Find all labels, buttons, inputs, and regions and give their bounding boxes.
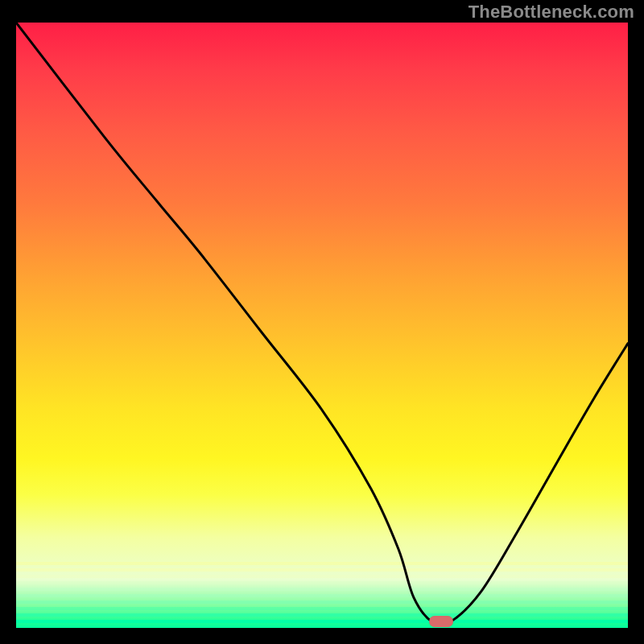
bottleneck-marker [429,616,453,627]
chart-frame: TheBottleneck.com [0,0,644,644]
curve-line [16,23,628,628]
watermark-text: TheBottleneck.com [469,2,634,23]
plot-area [16,23,628,628]
